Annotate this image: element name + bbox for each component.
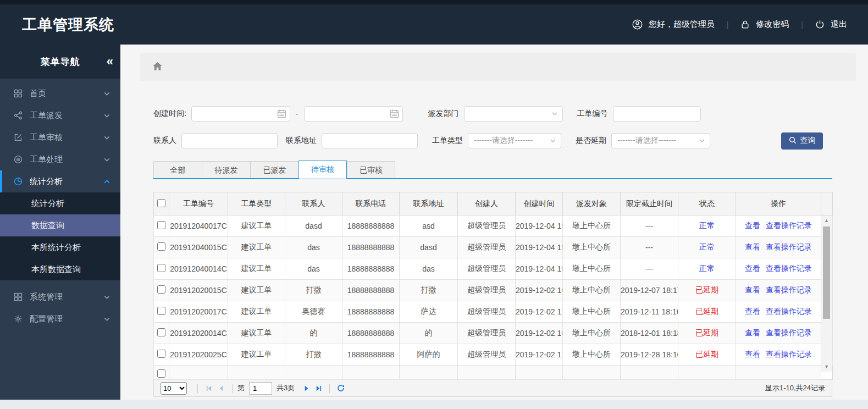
search-icon	[789, 136, 797, 146]
sidebar-subitem[interactable]: 数据查询	[0, 214, 120, 236]
action-link[interactable]: 查看操作记录	[766, 264, 812, 273]
search-button[interactable]: 查询	[781, 132, 823, 150]
chevron-down-icon	[103, 112, 110, 119]
tab-待派发[interactable]: 待派发	[202, 161, 250, 179]
first-page-button[interactable]	[203, 382, 215, 394]
header-separator: |	[727, 20, 729, 29]
row-checkbox[interactable]	[157, 264, 165, 272]
sidebar-item[interactable]: 工单处理	[0, 148, 120, 170]
orders-table: 工单编号工单类型联系人联系电话联系地址创建人创建时间派发对象限定截止时间状态操作…	[153, 192, 833, 380]
chevron-down-icon	[103, 316, 110, 323]
cell-deadline: 2019-12-28 18:10	[621, 344, 678, 366]
sidebar-item[interactable]: 工单派发	[0, 104, 120, 126]
sidebar-subitem[interactable]: 统计分析	[0, 192, 120, 214]
tab-已审核[interactable]: 已审核	[347, 161, 395, 179]
cell-creator: 超级管理员	[458, 258, 516, 280]
breadcrumb	[140, 53, 856, 81]
sidebar-subitem[interactable]: 本所数据查询	[0, 258, 120, 280]
sidebar-item-label: 工单派发	[30, 110, 96, 121]
delay-select[interactable]: -------请选择-------	[611, 133, 710, 148]
scrollbar-thumb[interactable]	[823, 226, 830, 319]
chevron-down-icon	[103, 294, 110, 301]
scroll-down-icon[interactable]: ▼	[821, 364, 832, 369]
column-header: 工单编号	[169, 192, 228, 215]
home-icon[interactable]	[152, 62, 163, 73]
tab-待审核[interactable]: 待审核	[298, 161, 347, 179]
cell-target: 墩上中心所	[563, 280, 621, 301]
row-checkbox[interactable]	[157, 369, 165, 378]
action-link[interactable]: 查看	[745, 221, 760, 230]
row-checkbox[interactable]	[157, 242, 165, 251]
refresh-button[interactable]	[335, 382, 347, 394]
table-scrollbar[interactable]: ▲ ▼	[821, 215, 832, 372]
action-link[interactable]: 查看操作记录	[766, 328, 812, 337]
row-checkbox[interactable]	[157, 285, 165, 294]
cell-address: asd	[400, 215, 458, 237]
sidebar: 菜单导航 « 首页工单派发工单审核工单处理统计分析统计分析数据查询本所统计分析本…	[0, 45, 120, 400]
sidebar-menu: 首页工单派发工单审核工单处理统计分析统计分析数据查询本所统计分析本所数据查询系统…	[0, 79, 120, 330]
action-link[interactable]: 查看操作记录	[766, 307, 812, 316]
sidebar-subitem[interactable]: 本所统计分析	[0, 236, 120, 258]
table-row: 201912020014C建议工单的18888888888的超级管理员2019-…	[154, 323, 833, 344]
tab-已派发[interactable]: 已派发	[250, 161, 298, 179]
cell-order_no: 201912020015C	[169, 280, 228, 301]
action-link[interactable]: 查看操作记录	[766, 350, 812, 358]
action-link[interactable]: 查看	[745, 307, 760, 316]
action-link[interactable]: 查看	[745, 328, 760, 337]
action-link[interactable]: 查看操作记录	[766, 221, 812, 230]
lock-icon	[740, 20, 750, 29]
logout-button[interactable]: 退出	[815, 19, 847, 30]
cell-creator: 超级管理员	[458, 344, 516, 366]
sidebar-item[interactable]: 系统管理	[0, 286, 120, 308]
sidebar-item-label: 首页	[30, 89, 96, 99]
date-end-input[interactable]	[304, 106, 403, 121]
table-row-partial	[154, 366, 833, 380]
row-checkbox[interactable]	[157, 307, 165, 315]
change-password-button[interactable]: 修改密码	[740, 19, 789, 30]
row-checkbox[interactable]	[157, 221, 165, 229]
address-input[interactable]	[322, 133, 418, 148]
row-checkbox[interactable]	[157, 328, 165, 336]
sidebar-item[interactable]: 统计分析	[0, 170, 120, 192]
select-all-checkbox[interactable]	[157, 199, 165, 207]
status-badge: 已延期	[678, 323, 736, 344]
chevron-down-icon	[103, 156, 110, 163]
action-link[interactable]: 查看	[745, 264, 760, 273]
page-number-input[interactable]	[249, 382, 272, 395]
user-menu[interactable]: 您好，超级管理员	[632, 19, 715, 30]
sidebar-collapse-button[interactable]: «	[107, 56, 112, 68]
cell-order_no: 201912020025C	[169, 344, 228, 366]
date-range-separator: -	[296, 109, 298, 118]
row-checkbox[interactable]	[157, 350, 165, 358]
header-separator: |	[801, 20, 803, 29]
scrollbar-spacer	[821, 192, 833, 215]
cell-creator: 超级管理员	[458, 301, 516, 323]
edit-icon	[14, 133, 23, 142]
next-page-button[interactable]	[300, 382, 312, 394]
order-type-select[interactable]: -------请选择-------	[468, 133, 561, 148]
grid-icon	[14, 89, 23, 98]
action-link[interactable]: 查看	[745, 285, 760, 294]
prev-page-button[interactable]	[215, 382, 227, 394]
cell-order_no: 201912040015C	[169, 237, 228, 258]
action-link[interactable]: 查看操作记录	[766, 285, 812, 294]
order-no-input[interactable]	[613, 106, 701, 121]
chevron-down-icon	[103, 134, 110, 141]
dispatch-dept-select[interactable]	[464, 106, 563, 121]
sidebar-item[interactable]: 首页	[0, 82, 120, 104]
contact-input[interactable]	[181, 133, 278, 148]
table-row: 201912040017C建议工单dasd18888888888asd超级管理员…	[154, 215, 833, 237]
scroll-up-icon[interactable]: ▲	[821, 218, 832, 223]
page-size-select[interactable]: 10	[161, 382, 187, 395]
main-content: 创建时间: - 派发部门 工单编号	[120, 45, 868, 400]
last-page-button[interactable]	[312, 382, 324, 394]
sidebar-item[interactable]: 配置管理	[0, 308, 120, 330]
sidebar-item[interactable]: 工单审核	[0, 126, 120, 148]
tab-全部[interactable]: 全部	[153, 161, 202, 179]
date-start-input[interactable]	[191, 106, 290, 121]
filter-row-2: 联系人 联系地址 工单类型 -------请选择------- 是否延期 ---…	[153, 133, 832, 148]
chevron-down-icon	[699, 137, 705, 144]
action-link[interactable]: 查看操作记录	[766, 242, 812, 251]
action-link[interactable]: 查看	[745, 350, 760, 358]
action-link[interactable]: 查看	[745, 242, 760, 251]
